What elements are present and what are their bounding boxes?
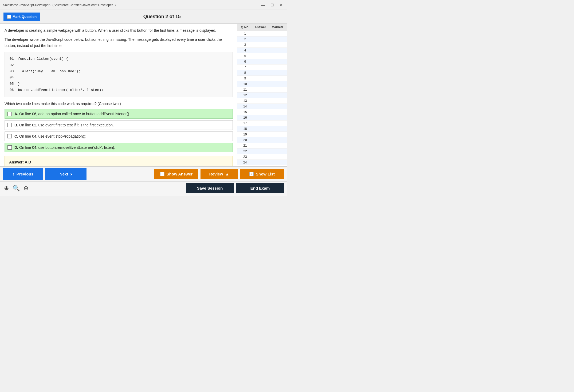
sidebar-row-num: 7 — [238, 65, 252, 69]
zoom-controls: ⊕ 🔍 ⊖ — [3, 184, 29, 192]
code-line-4: 04 — [10, 74, 228, 81]
window-controls: — ☐ ✕ — [260, 2, 284, 8]
option-b[interactable]: B. On line 02, use event.first to test i… — [5, 120, 233, 130]
option-b-checkbox — [7, 123, 12, 127]
sidebar-row[interactable]: 19 — [237, 132, 287, 137]
sidebar-row-num: 6 — [238, 60, 252, 63]
sidebar-row[interactable]: 20 — [237, 137, 287, 143]
sidebar-col-answer: Answer — [252, 25, 269, 29]
option-c[interactable]: C. On line 04, use event.stopPropagation… — [5, 131, 233, 141]
sidebar-row-num: 4 — [238, 49, 252, 52]
sidebar-row[interactable]: 1 — [237, 31, 287, 37]
sidebar-row-marked — [269, 138, 286, 142]
sidebar-row-marked — [269, 144, 286, 147]
close-button[interactable]: ✕ — [278, 2, 284, 8]
sidebar-row[interactable]: 11 — [237, 87, 287, 93]
button-row-1: Previous Next Show Answer Review ▲ ✓ Sho… — [0, 167, 287, 181]
sidebar-row[interactable]: 15 — [237, 109, 287, 115]
sidebar-row-num: 20 — [238, 138, 252, 142]
sidebar-row[interactable]: 12 — [237, 93, 287, 98]
sidebar-row-marked — [269, 43, 286, 47]
sidebar-row-marked — [269, 32, 286, 35]
show-answer-label: Show Answer — [167, 172, 193, 176]
code-line-1: 01 function listen(event) { — [10, 56, 228, 62]
sidebar-row[interactable]: 24 — [237, 160, 287, 165]
show-answer-checkbox-icon — [160, 172, 164, 176]
content-area: A developer is creating a simple webpage… — [0, 24, 237, 166]
sidebar-row-num: 19 — [238, 133, 252, 136]
zoom-out-button[interactable]: ⊖ — [22, 184, 29, 192]
sidebar-row[interactable]: 8 — [237, 70, 287, 76]
sidebar-row[interactable]: 22 — [237, 149, 287, 154]
show-list-button[interactable]: ✓ Show List — [240, 169, 284, 179]
minimize-button[interactable]: — — [260, 2, 267, 8]
sidebar-row-marked — [269, 54, 286, 58]
option-b-text: B. On line 02, use event.first to test i… — [14, 123, 114, 127]
sidebar-row[interactable]: 18 — [237, 126, 287, 132]
sidebar-row[interactable]: 13 — [237, 98, 287, 104]
sidebar-row-num: 23 — [238, 155, 252, 159]
sidebar-row-marked — [269, 88, 286, 91]
review-label: Review — [209, 172, 223, 176]
sidebar-row-answer — [252, 32, 269, 35]
sidebar-row[interactable]: 21 — [237, 143, 287, 149]
zoom-reset-button[interactable]: 🔍 — [11, 184, 21, 192]
sidebar-row[interactable]: 5 — [237, 53, 287, 59]
sidebar-row-answer — [252, 37, 269, 41]
sidebar-row-num: 13 — [238, 99, 252, 103]
window-title: Salesforce JavaScript-Developer-I (Sales… — [3, 3, 116, 7]
review-button[interactable]: Review ▲ — [200, 169, 238, 179]
sidebar-col-marked: Marked — [269, 25, 286, 29]
title-bar: Salesforce JavaScript-Developer-I (Sales… — [0, 0, 287, 10]
option-d-text: D. On line 04, use button.removeEventLis… — [14, 145, 115, 150]
sidebar-row[interactable]: 3 — [237, 42, 287, 48]
sidebar-row-answer — [252, 49, 269, 52]
sidebar-row[interactable]: 16 — [237, 115, 287, 121]
sidebar-col-qno: Q No. — [238, 25, 252, 29]
sidebar-row-answer — [252, 149, 269, 153]
show-list-checkbox-icon: ✓ — [249, 172, 254, 176]
mark-question-button[interactable]: Mark Question — [3, 13, 40, 21]
code-line-6: 06 button.addEventListener('click', list… — [10, 87, 228, 93]
maximize-button[interactable]: ☐ — [269, 2, 276, 8]
previous-button[interactable]: Previous — [3, 168, 43, 180]
question-title: Question 2 of 15 — [40, 14, 284, 19]
sidebar-row-marked — [269, 65, 286, 69]
save-session-button[interactable]: Save Session — [186, 183, 234, 193]
sidebar-row-marked — [269, 133, 286, 136]
sidebar-row[interactable]: 9 — [237, 76, 287, 81]
zoom-in-button[interactable]: ⊕ — [3, 184, 10, 192]
review-dropdown-icon: ▲ — [225, 172, 229, 176]
sidebar-row-num: 14 — [238, 105, 252, 108]
sidebar-row-answer — [252, 110, 269, 114]
end-exam-button[interactable]: End Exam — [236, 183, 284, 193]
sidebar-row[interactable]: 4 — [237, 48, 287, 53]
sidebar-row[interactable]: 10 — [237, 81, 287, 87]
sidebar-row-marked — [269, 105, 286, 108]
sidebar-row-answer — [252, 105, 269, 108]
sidebar-row-answer — [252, 93, 269, 97]
sidebar-row[interactable]: 14 — [237, 104, 287, 109]
sidebar-row-marked — [269, 99, 286, 103]
sidebar: Q No. Answer Marked 12345678910111213141… — [237, 24, 287, 166]
sidebar-row-num: 22 — [238, 149, 252, 153]
sidebar-row[interactable]: 2 — [237, 37, 287, 42]
sidebar-row-num: 5 — [238, 54, 252, 58]
sidebar-row[interactable]: 6 — [237, 59, 287, 65]
sidebar-row-marked — [269, 149, 286, 153]
sidebar-row-answer — [252, 144, 269, 147]
option-d[interactable]: D. On line 04, use button.removeEventLis… — [5, 143, 233, 152]
main-window: Salesforce JavaScript-Developer-I (Sales… — [0, 0, 287, 196]
option-c-text: C. On line 04, use event.stopPropagation… — [14, 134, 86, 138]
end-exam-label: End Exam — [250, 186, 270, 190]
sidebar-row-answer — [252, 65, 269, 69]
sidebar-row-marked — [269, 71, 286, 75]
next-button[interactable]: Next — [45, 168, 87, 180]
sidebar-row[interactable]: 17 — [237, 121, 287, 126]
sidebar-row[interactable]: 7 — [237, 65, 287, 70]
sidebar-row-num: 18 — [238, 127, 252, 131]
show-list-label: Show List — [256, 172, 275, 176]
sidebar-row[interactable]: 23 — [237, 154, 287, 160]
option-a[interactable]: A. On line 06, add an option called once… — [5, 109, 233, 119]
show-answer-button[interactable]: Show Answer — [154, 169, 198, 179]
